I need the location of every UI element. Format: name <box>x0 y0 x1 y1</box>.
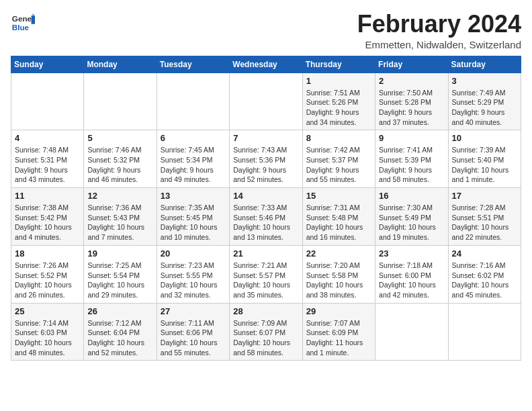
day-number: 25 <box>15 306 80 316</box>
cell-text: Sunrise: 7:30 AM Sunset: 5:49 PM Dayligh… <box>379 203 444 242</box>
calendar-cell: 18Sunrise: 7:26 AM Sunset: 5:52 PM Dayli… <box>11 245 84 303</box>
day-number: 23 <box>379 248 444 259</box>
cell-text: Sunrise: 7:23 AM Sunset: 5:55 PM Dayligh… <box>161 261 226 300</box>
cell-content: 15Sunrise: 7:31 AM Sunset: 5:48 PM Dayli… <box>306 191 371 242</box>
cell-text: Sunrise: 7:39 AM Sunset: 5:40 PM Dayligh… <box>452 145 517 185</box>
cell-content: 28Sunrise: 7:09 AM Sunset: 6:07 PM Dayli… <box>233 306 298 358</box>
calendar-cell <box>230 73 302 130</box>
cell-text: Sunrise: 7:07 AM Sunset: 6:09 PM Dayligh… <box>306 318 371 358</box>
cell-text: Sunrise: 7:51 AM Sunset: 5:26 PM Dayligh… <box>306 88 371 128</box>
cell-content: 4Sunrise: 7:48 AM Sunset: 5:31 PM Daylig… <box>15 133 80 185</box>
calendar-cell: 16Sunrise: 7:30 AM Sunset: 5:49 PM Dayli… <box>375 188 448 246</box>
calendar-cell: 2Sunrise: 7:50 AM Sunset: 5:28 PM Daylig… <box>375 73 448 130</box>
cell-content: 5Sunrise: 7:46 AM Sunset: 5:32 PM Daylig… <box>87 133 152 185</box>
cell-content: 25Sunrise: 7:14 AM Sunset: 6:03 PM Dayli… <box>15 306 80 358</box>
cell-content: 8Sunrise: 7:42 AM Sunset: 5:37 PM Daylig… <box>306 133 371 185</box>
calendar-body: 1Sunrise: 7:51 AM Sunset: 5:26 PM Daylig… <box>11 73 521 361</box>
calendar-cell: 27Sunrise: 7:11 AM Sunset: 6:06 PM Dayli… <box>157 303 229 361</box>
calendar-cell: 23Sunrise: 7:18 AM Sunset: 6:00 PM Dayli… <box>375 245 448 303</box>
day-number: 21 <box>233 248 298 259</box>
cell-content: 23Sunrise: 7:18 AM Sunset: 6:00 PM Dayli… <box>379 248 444 300</box>
calendar-cell: 9Sunrise: 7:41 AM Sunset: 5:39 PM Daylig… <box>375 130 448 188</box>
cell-text: Sunrise: 7:11 AM Sunset: 6:06 PM Dayligh… <box>161 318 226 358</box>
cell-content: 22Sunrise: 7:20 AM Sunset: 5:58 PM Dayli… <box>306 248 371 300</box>
cell-content: 1Sunrise: 7:51 AM Sunset: 5:26 PM Daylig… <box>306 76 371 128</box>
col-header-sunday: Sunday <box>11 56 84 73</box>
calendar-cell: 6Sunrise: 7:45 AM Sunset: 5:34 PM Daylig… <box>157 130 229 188</box>
cell-content: 27Sunrise: 7:11 AM Sunset: 6:06 PM Dayli… <box>161 306 226 358</box>
day-number: 16 <box>379 191 444 201</box>
calendar-cell: 7Sunrise: 7:43 AM Sunset: 5:36 PM Daylig… <box>230 130 302 188</box>
cell-content: 18Sunrise: 7:26 AM Sunset: 5:52 PM Dayli… <box>15 248 80 300</box>
day-number: 7 <box>233 133 298 143</box>
calendar-cell <box>448 303 521 361</box>
day-number: 6 <box>161 133 226 143</box>
cell-text: Sunrise: 7:36 AM Sunset: 5:43 PM Dayligh… <box>87 203 152 242</box>
calendar-cell: 3Sunrise: 7:49 AM Sunset: 5:29 PM Daylig… <box>448 73 521 130</box>
calendar-cell: 28Sunrise: 7:09 AM Sunset: 6:07 PM Dayli… <box>230 303 302 361</box>
cell-text: Sunrise: 7:33 AM Sunset: 5:46 PM Dayligh… <box>233 203 298 242</box>
cell-content: 16Sunrise: 7:30 AM Sunset: 5:49 PM Dayli… <box>379 191 444 242</box>
day-number: 1 <box>306 76 371 86</box>
cell-text: Sunrise: 7:38 AM Sunset: 5:42 PM Dayligh… <box>15 203 80 242</box>
calendar-cell: 14Sunrise: 7:33 AM Sunset: 5:46 PM Dayli… <box>230 188 302 246</box>
cell-content: 6Sunrise: 7:45 AM Sunset: 5:34 PM Daylig… <box>161 133 226 185</box>
calendar-cell: 11Sunrise: 7:38 AM Sunset: 5:42 PM Dayli… <box>11 188 84 246</box>
cell-text: Sunrise: 7:16 AM Sunset: 6:02 PM Dayligh… <box>452 261 517 300</box>
cell-content: 26Sunrise: 7:12 AM Sunset: 6:04 PM Dayli… <box>87 306 152 358</box>
day-number: 8 <box>306 133 371 143</box>
calendar-cell: 10Sunrise: 7:39 AM Sunset: 5:40 PM Dayli… <box>448 130 521 188</box>
week-row-1: 4Sunrise: 7:48 AM Sunset: 5:31 PM Daylig… <box>11 130 521 188</box>
day-number: 18 <box>15 248 80 259</box>
week-row-0: 1Sunrise: 7:51 AM Sunset: 5:26 PM Daylig… <box>11 73 521 130</box>
week-row-4: 25Sunrise: 7:14 AM Sunset: 6:03 PM Dayli… <box>11 303 521 361</box>
calendar-cell: 1Sunrise: 7:51 AM Sunset: 5:26 PM Daylig… <box>302 73 375 130</box>
cell-text: Sunrise: 7:45 AM Sunset: 5:34 PM Dayligh… <box>161 145 226 185</box>
week-row-3: 18Sunrise: 7:26 AM Sunset: 5:52 PM Dayli… <box>11 245 521 303</box>
calendar-cell: 5Sunrise: 7:46 AM Sunset: 5:32 PM Daylig… <box>84 130 157 188</box>
calendar-cell: 20Sunrise: 7:23 AM Sunset: 5:55 PM Dayli… <box>157 245 229 303</box>
day-number: 28 <box>233 306 298 316</box>
cell-content: 20Sunrise: 7:23 AM Sunset: 5:55 PM Dayli… <box>161 248 226 300</box>
svg-marker-2 <box>32 15 35 24</box>
calendar-cell: 17Sunrise: 7:28 AM Sunset: 5:51 PM Dayli… <box>448 188 521 246</box>
cell-content: 21Sunrise: 7:21 AM Sunset: 5:57 PM Dayli… <box>233 248 298 300</box>
page-header: General Blue February 2024 Emmetten, Nid… <box>11 11 521 50</box>
logo-icon: General Blue <box>11 11 35 35</box>
cell-text: Sunrise: 7:12 AM Sunset: 6:04 PM Dayligh… <box>87 318 152 358</box>
cell-text: Sunrise: 7:46 AM Sunset: 5:32 PM Dayligh… <box>87 145 152 185</box>
calendar-cell <box>157 73 229 130</box>
calendar-cell: 24Sunrise: 7:16 AM Sunset: 6:02 PM Dayli… <box>448 245 521 303</box>
title-block: February 2024 Emmetten, Nidwalden, Switz… <box>357 11 521 50</box>
day-number: 26 <box>87 306 152 316</box>
cell-text: Sunrise: 7:42 AM Sunset: 5:37 PM Dayligh… <box>306 145 371 185</box>
cell-content: 2Sunrise: 7:50 AM Sunset: 5:28 PM Daylig… <box>379 76 444 128</box>
header-row: SundayMondayTuesdayWednesdayThursdayFrid… <box>11 56 521 73</box>
day-number: 15 <box>306 191 371 201</box>
day-number: 19 <box>87 248 152 259</box>
calendar-cell <box>84 73 157 130</box>
cell-text: Sunrise: 7:50 AM Sunset: 5:28 PM Dayligh… <box>379 88 444 128</box>
calendar-cell <box>11 73 84 130</box>
day-number: 20 <box>161 248 226 259</box>
cell-content: 12Sunrise: 7:36 AM Sunset: 5:43 PM Dayli… <box>87 191 152 242</box>
calendar-cell: 15Sunrise: 7:31 AM Sunset: 5:48 PM Dayli… <box>302 188 375 246</box>
location-title: Emmetten, Nidwalden, Switzerland <box>357 39 521 50</box>
cell-content: 13Sunrise: 7:35 AM Sunset: 5:45 PM Dayli… <box>161 191 226 242</box>
svg-text:Blue: Blue <box>12 23 30 32</box>
calendar-cell: 26Sunrise: 7:12 AM Sunset: 6:04 PM Dayli… <box>84 303 157 361</box>
cell-content: 17Sunrise: 7:28 AM Sunset: 5:51 PM Dayli… <box>452 191 517 242</box>
cell-text: Sunrise: 7:14 AM Sunset: 6:03 PM Dayligh… <box>15 318 80 358</box>
cell-text: Sunrise: 7:26 AM Sunset: 5:52 PM Dayligh… <box>15 261 80 300</box>
day-number: 14 <box>233 191 298 201</box>
calendar-cell: 21Sunrise: 7:21 AM Sunset: 5:57 PM Dayli… <box>230 245 302 303</box>
col-header-saturday: Saturday <box>448 56 521 73</box>
cell-text: Sunrise: 7:48 AM Sunset: 5:31 PM Dayligh… <box>15 145 80 185</box>
cell-content: 14Sunrise: 7:33 AM Sunset: 5:46 PM Dayli… <box>233 191 298 242</box>
day-number: 17 <box>452 191 517 201</box>
cell-text: Sunrise: 7:18 AM Sunset: 6:00 PM Dayligh… <box>379 261 444 300</box>
cell-content: 24Sunrise: 7:16 AM Sunset: 6:02 PM Dayli… <box>452 248 517 300</box>
calendar-cell: 8Sunrise: 7:42 AM Sunset: 5:37 PM Daylig… <box>302 130 375 188</box>
day-number: 29 <box>306 306 371 316</box>
cell-text: Sunrise: 7:20 AM Sunset: 5:58 PM Dayligh… <box>306 261 371 300</box>
